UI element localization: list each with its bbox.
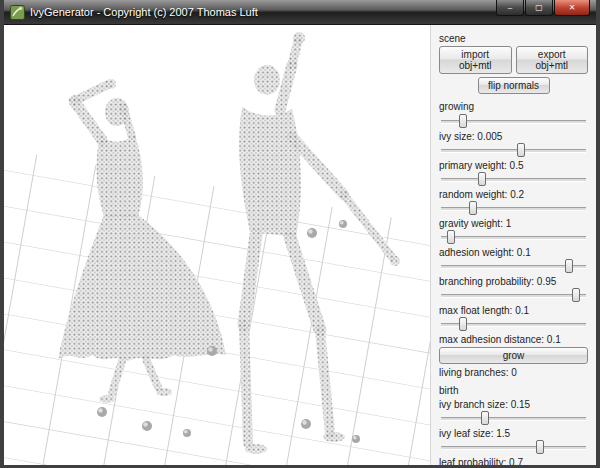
slider-groove [441,446,586,450]
ivy-leaf-size-slider-handle[interactable] [536,440,544,454]
max-float-length-slider-handle[interactable] [459,317,467,331]
adhesion-weight-slider[interactable] [441,259,586,273]
ivy-leaf-size-label: ivy leaf size: 1.5 [439,428,588,439]
ivy-size-slider[interactable] [441,143,586,157]
close-button[interactable]: ✕ [554,0,590,16]
slider-groove [441,178,586,182]
birth-sliders-group: ivy branch size: 0.15ivy leaf size: 1.5l… [439,399,588,465]
growing-slider[interactable] [441,114,586,128]
adhesion-weight-row: adhesion weight: 0.1 [439,247,588,273]
import-obj-mtl-button[interactable]: import obj+mtl [439,46,512,74]
titlebar[interactable]: IvyGenerator - Copyright (c) 2007 Thomas… [4,0,596,25]
branching-probability-row: branching probability: 0.95 [439,276,588,302]
max-float-length-label: max float length: 0.1 [439,305,588,316]
growing-label: growing [439,101,588,112]
ivy-branch-size-row: ivy branch size: 0.15 [439,399,588,425]
primary-weight-row: primary weight: 0.5 [439,160,588,186]
ivy-leaf-size-row: ivy leaf size: 1.5 [439,428,588,454]
max-float-length-row: max float length: 0.1 [439,305,588,331]
slider-groove [441,207,586,211]
adhesion-weight-slider-handle[interactable] [565,259,573,273]
scene-label: scene [439,33,588,44]
living-branches-label: living branches: 0 [439,367,588,378]
growing-slider-group [439,114,588,128]
gravity-weight-slider-handle[interactable] [447,230,455,244]
app-icon [10,5,25,20]
slider-groove [441,149,586,153]
branching-probability-label: branching probability: 0.95 [439,276,588,287]
leaf-probability-label: leaf probability: 0.7 [439,457,588,465]
slider-groove [441,417,586,421]
ivy-branch-size-label: ivy branch size: 0.15 [439,399,588,410]
ivy-leaf-size-slider[interactable] [441,440,586,454]
app-window: IvyGenerator - Copyright (c) 2007 Thomas… [0,0,600,468]
random-weight-slider[interactable] [441,201,586,215]
maximize-button[interactable]: ▢ [525,0,553,16]
ivy-size-row: ivy size: 0.005 [439,131,588,157]
max-float-length-slider[interactable] [441,317,586,331]
viewport-canvas[interactable] [4,25,430,465]
gravity-weight-slider[interactable] [441,230,586,244]
max-adhesion-distance-label: max adhesion distance: 0.1 [439,334,588,345]
ivy-size-slider-handle[interactable] [517,143,525,157]
primary-weight-slider[interactable] [441,172,586,186]
primary-weight-label: primary weight: 0.5 [439,160,588,171]
gravity-weight-row: gravity weight: 1 [439,218,588,244]
window-controls: – ▢ ✕ [496,0,590,16]
leaf-probability-row: leaf probability: 0.7 [439,457,588,465]
window-content: scene import obj+mtl export obj+mtl flip… [4,25,596,465]
ivy-size-label: ivy size: 0.005 [439,131,588,142]
slider-groove [441,236,586,240]
random-weight-label: random weight: 0.2 [439,189,588,200]
growing-row [439,114,588,128]
control-panel: scene import obj+mtl export obj+mtl flip… [430,25,596,465]
ivy-branch-size-slider-handle[interactable] [481,411,489,425]
growing-sliders-group: ivy size: 0.005primary weight: 0.5random… [439,131,588,331]
viewport-3d[interactable] [4,25,430,465]
window-title: IvyGenerator - Copyright (c) 2007 Thomas… [30,6,258,18]
branching-probability-slider[interactable] [441,288,586,302]
growing-slider-handle[interactable] [459,114,467,128]
gravity-weight-label: gravity weight: 1 [439,218,588,229]
flip-normals-button[interactable]: flip normals [478,77,550,94]
random-weight-slider-handle[interactable] [469,201,477,215]
birth-label: birth [439,385,588,396]
ivy-branch-size-slider[interactable] [441,411,586,425]
slider-groove [441,294,586,298]
export-obj-mtl-button[interactable]: export obj+mtl [516,46,589,74]
primary-weight-slider-handle[interactable] [478,172,486,186]
random-weight-row: random weight: 0.2 [439,189,588,215]
branching-probability-slider-handle[interactable] [572,288,580,302]
adhesion-weight-label: adhesion weight: 0.1 [439,247,588,258]
grow-button[interactable]: grow [439,347,588,364]
minimize-button[interactable]: – [496,0,524,16]
